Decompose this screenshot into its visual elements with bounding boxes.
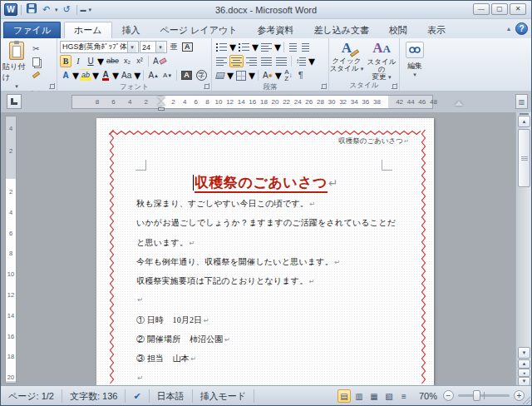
undo-icon[interactable]: ↶: [40, 3, 52, 16]
split-handle[interactable]: [520, 113, 529, 115]
word-logo-icon[interactable]: W: [4, 3, 17, 16]
sort-button[interactable]: AZ↓: [283, 69, 294, 82]
format-painter-button[interactable]: [31, 69, 52, 81]
quick-styles-dropdown-icon[interactable]: ▾: [361, 66, 364, 72]
document-line[interactable]: ↵: [136, 295, 402, 314]
copy-button[interactable]: [31, 56, 52, 67]
font-color-dropdown-icon[interactable]: ▾: [112, 67, 119, 83]
show-marks-button[interactable]: ¶: [295, 69, 307, 82]
paste-dropdown-icon[interactable]: ▾: [15, 83, 18, 90]
quick-styles-button[interactable]: A クイックスタイル ▾: [329, 41, 364, 81]
document-title[interactable]: 収穫祭のごあいさつ: [195, 175, 328, 193]
page-indicator[interactable]: ページ: 1/2: [1, 389, 62, 403]
font-color-button[interactable]: A: [102, 71, 108, 81]
align-right-button[interactable]: [244, 55, 259, 67]
font-dialog-launcher[interactable]: [204, 83, 209, 89]
tab-file[interactable]: ファイル: [3, 22, 61, 38]
minimize-button[interactable]: —: [473, 3, 490, 15]
borders-dropdown-icon[interactable]: ▾: [249, 67, 255, 83]
tab-references[interactable]: 参考資料: [247, 22, 303, 38]
decrease-indent-button[interactable]: [287, 41, 298, 53]
zoom-slider-thumb[interactable]: [473, 390, 480, 401]
document-line[interactable]: ① 日時 10月2日↵: [136, 314, 402, 334]
vertical-ruler[interactable]: 422468101214161820: [5, 116, 17, 384]
document-page[interactable]: 収穫祭のごあいさつ↵ 収穫祭のごあいさつ↵ 秋も深まり、すごしやすい今日この頃で…: [96, 118, 434, 386]
highlight-dropdown-icon[interactable]: ▾: [92, 67, 99, 83]
distribute-button[interactable]: [274, 55, 288, 67]
help-icon[interactable]: ?: [515, 22, 528, 35]
increase-indent-button[interactable]: [299, 41, 311, 53]
select-browse-object-icon[interactable]: ●: [518, 369, 530, 377]
document-line[interactable]: 今年も例年通り、収穫祭を開催したいと思います。↵: [136, 256, 402, 275]
character-shading-button[interactable]: A: [180, 69, 194, 82]
document-title-line[interactable]: 収穫祭のごあいさつ↵: [96, 173, 434, 192]
scrollbar-thumb[interactable]: [518, 129, 530, 187]
shrink-font-button[interactable]: A▼: [161, 69, 174, 82]
align-center-button[interactable]: [229, 55, 244, 67]
indent-marker[interactable]: [157, 96, 166, 108]
tab-insert[interactable]: 挿入: [112, 22, 150, 38]
spellcheck-icon[interactable]: ✔: [126, 389, 149, 403]
right-indent-marker[interactable]: [455, 101, 463, 106]
multilevel-dropdown-icon[interactable]: ▾: [274, 39, 281, 55]
highlight-color-button[interactable]: ab: [80, 69, 91, 82]
tab-review[interactable]: 校閲: [379, 22, 417, 38]
find-button[interactable]: [406, 42, 424, 58]
text-effects-dropdown-icon[interactable]: ▾: [72, 67, 79, 83]
change-case-button[interactable]: Aa: [120, 69, 133, 82]
resize-grip[interactable]: [522, 396, 530, 404]
language-indicator[interactable]: 日本語: [150, 389, 193, 403]
tab-view[interactable]: 表示: [417, 22, 456, 38]
previous-page-icon[interactable]: ▲: [518, 359, 530, 369]
document-body[interactable]: 秋も深まり、すごしやすい今日この頃です。↵ いかがお過ごしでしょうか？ますますの…: [136, 198, 402, 386]
scroll-down-icon[interactable]: ▼: [518, 347, 530, 359]
save-icon[interactable]: [25, 3, 37, 17]
numbering-button[interactable]: [237, 41, 251, 53]
superscript-button[interactable]: x²: [134, 55, 145, 67]
align-left-button[interactable]: [214, 55, 229, 67]
word-count[interactable]: 文字数: 136: [62, 389, 126, 403]
line-spacing-dropdown-icon[interactable]: ▾: [308, 53, 315, 69]
document-line[interactable]: 収穫祭実施要項は下記のとおりとなります。↵: [136, 275, 402, 295]
zoom-out-button[interactable]: −: [443, 390, 454, 401]
character-border-button[interactable]: A: [180, 41, 195, 53]
ruby-button[interactable]: 亜: [168, 41, 180, 53]
subscript-button[interactable]: x₂: [121, 55, 133, 67]
asian-layout-dropdown-icon[interactable]: ▾: [275, 67, 282, 83]
clear-formatting-button[interactable]: A: [151, 55, 168, 67]
font-size-dropdown-icon[interactable]: ▾: [155, 42, 165, 52]
document-line[interactable]: ↵: [136, 373, 402, 386]
strikethrough-button[interactable]: abe: [105, 55, 121, 67]
bullets-button[interactable]: [214, 41, 229, 53]
font-name-dropdown-icon[interactable]: ▾: [127, 42, 136, 52]
view-outline-icon[interactable]: ▧: [382, 389, 396, 403]
tab-selector[interactable]: [7, 94, 22, 109]
document-line[interactable]: ③ 担当 山本↵: [136, 353, 402, 372]
styles-dialog-launcher[interactable]: [392, 83, 397, 89]
undo-dropdown-icon[interactable]: ▾: [55, 7, 58, 13]
view-print-layout-icon[interactable]: ▤: [337, 389, 351, 403]
document-line[interactable]: いかがお過ごしでしょうか？ますますのご活躍をされていることだ: [136, 217, 402, 236]
close-button[interactable]: ✕: [510, 3, 526, 15]
page-header-text[interactable]: 収穫祭のごあいさつ↵: [338, 136, 409, 146]
vertical-scrollbar[interactable]: ▲ ▼ ▲ ● ▼: [515, 112, 531, 386]
tab-home[interactable]: ホーム: [64, 22, 112, 38]
editing-menu-button[interactable]: 編集: [407, 61, 422, 72]
change-styles-dropdown-icon[interactable]: ▾: [388, 74, 392, 80]
view-fullscreen-reading-icon[interactable]: ▥: [352, 389, 366, 403]
cut-button[interactable]: ✂: [31, 42, 52, 54]
paragraph-dialog-launcher[interactable]: [321, 83, 327, 89]
clipboard-dialog-launcher[interactable]: [49, 83, 55, 89]
scroll-up-icon[interactable]: ▲: [518, 116, 530, 127]
justify-button[interactable]: [259, 55, 273, 67]
editing-dropdown-icon[interactable]: ▾: [413, 72, 416, 78]
shading-button[interactable]: [214, 69, 226, 82]
italic-button[interactable]: I: [72, 55, 84, 67]
horizontal-ruler[interactable]: 8642246810121416182022242628303234363842…: [71, 95, 433, 109]
change-case-dropdown-icon[interactable]: ▾: [134, 67, 140, 83]
document-line[interactable]: ② 開催場所 柿沼公園↵: [136, 334, 402, 353]
enclose-characters-button[interactable]: 字: [195, 69, 209, 82]
underline-button[interactable]: U: [85, 55, 96, 67]
asian-layout-button[interactable]: A✱: [261, 69, 274, 82]
zoom-level[interactable]: 70%: [419, 391, 437, 401]
